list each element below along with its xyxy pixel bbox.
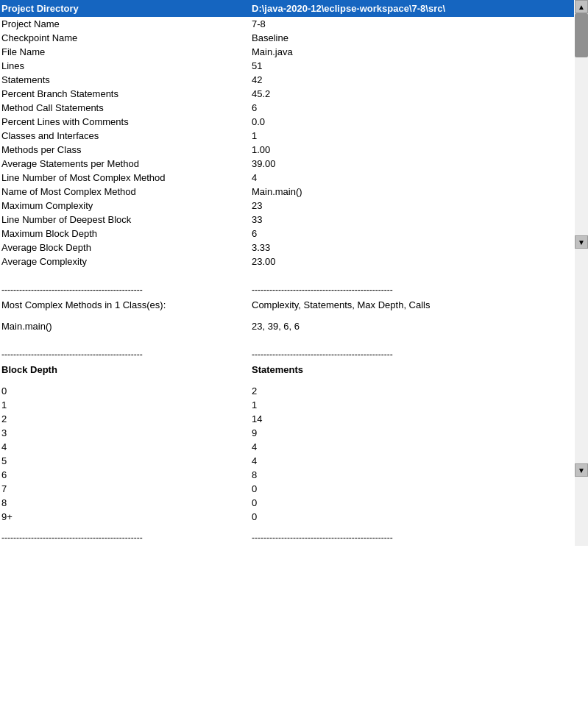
- scroll-down-button-1[interactable]: ▼: [575, 235, 588, 249]
- block-depth-label: Block Depth: [1, 364, 252, 375]
- depth-value: 2: [1, 413, 252, 424]
- row-label: Statements: [1, 74, 252, 85]
- divider3-left: ----------------------------------------…: [1, 533, 252, 543]
- data-row: Average Statements per Method 39.00: [0, 157, 574, 171]
- row-label: Name of Most Complex Method: [1, 186, 252, 197]
- method-name: Main.main(): [1, 321, 252, 332]
- scroll-up-button[interactable]: ▲: [575, 0, 588, 13]
- data-row: Percent Branch Statements 45.2: [0, 87, 574, 101]
- divider1-left: ----------------------------------------…: [1, 285, 252, 295]
- row-label: Classes and Interfaces: [1, 130, 252, 141]
- scrollbar: ▲ ▼ ▼ ▼: [575, 0, 588, 546]
- header-row: Project Directory D:\java-2020-12\eclips…: [0, 0, 574, 17]
- row-label: Percent Branch Statements: [1, 88, 252, 99]
- statements-value: 14: [252, 413, 573, 424]
- row-value: 0.0: [252, 116, 573, 127]
- row-value: 45.2: [252, 88, 573, 99]
- block-depth-header: Block Depth Statements: [0, 363, 574, 377]
- row-value: 39.00: [252, 158, 573, 169]
- depth-value: 0: [1, 385, 252, 397]
- row-value: 6: [252, 102, 573, 113]
- header-label: Project Directory: [1, 3, 252, 14]
- divider-row-1: ----------------------------------------…: [0, 282, 574, 298]
- depth-value: 3: [1, 427, 252, 438]
- block-depth-row: 7 0: [0, 482, 574, 496]
- complex-methods-header: Most Complex Methods in 1 Class(es): Com…: [0, 298, 574, 312]
- row-label: Methods per Class: [1, 144, 252, 155]
- divider1-right: ----------------------------------------…: [252, 285, 573, 295]
- row-value: 42: [252, 74, 573, 85]
- data-row: Statements 42: [0, 73, 574, 87]
- row-value: 23: [252, 200, 573, 211]
- data-row: Lines 51: [0, 59, 574, 73]
- divider-row-3: ----------------------------------------…: [0, 530, 574, 546]
- data-row: Line Number of Deepest Block 33: [0, 213, 574, 227]
- block-depth-row: 4 4: [0, 440, 574, 454]
- header-value: D:\java-2020-12\eclipse-workspace\7-8\sr…: [252, 3, 573, 14]
- block-depth-row: 9+ 0: [0, 510, 574, 524]
- row-value: 1: [252, 130, 573, 141]
- row-value: Main.main(): [252, 186, 573, 197]
- row-value: 51: [252, 60, 573, 71]
- row-label: Percent Lines with Comments: [1, 116, 252, 127]
- data-row: Name of Most Complex Method Main.main(): [0, 185, 574, 199]
- scroll-thumb[interactable]: [575, 13, 588, 57]
- data-row: Method Call Statements 6: [0, 101, 574, 115]
- divider-row-2: ----------------------------------------…: [0, 346, 574, 363]
- block-depth-row: 6 8: [0, 468, 574, 482]
- statements-value: 4: [252, 441, 573, 452]
- statements-value: 0: [252, 511, 573, 522]
- complex-methods-label: Most Complex Methods in 1 Class(es):: [1, 299, 252, 310]
- statements-value: 2: [252, 385, 573, 397]
- row-value: 33: [252, 214, 573, 225]
- data-row: Methods per Class 1.00: [0, 143, 574, 157]
- depth-value: 9+: [1, 511, 252, 522]
- statements-value: 4: [252, 455, 573, 466]
- complex-methods-value: Complexity, Statements, Max Depth, Calls: [252, 299, 573, 310]
- divider2-left: ----------------------------------------…: [1, 349, 252, 360]
- row-label: Project Name: [1, 18, 252, 29]
- divider2-right: ----------------------------------------…: [252, 349, 573, 360]
- row-value: Baseline: [252, 32, 573, 43]
- row-label: Line Number of Most Complex Method: [1, 172, 252, 183]
- statements-value: 9: [252, 427, 573, 438]
- data-row: Maximum Complexity 23: [0, 199, 574, 213]
- block-depth-row: 8 0: [0, 496, 574, 510]
- data-row: Project Name 7-8: [0, 17, 574, 31]
- row-label: Method Call Statements: [1, 102, 252, 113]
- row-value: 3.33: [252, 242, 573, 253]
- data-row: Checkpoint Name Baseline: [0, 31, 574, 45]
- row-value: 4: [252, 172, 573, 183]
- data-row: Average Complexity 23.00: [0, 255, 574, 269]
- row-label: Average Statements per Method: [1, 158, 252, 169]
- depth-value: 4: [1, 441, 252, 452]
- statements-label: Statements: [252, 364, 573, 375]
- row-label: Checkpoint Name: [1, 32, 252, 43]
- data-row: Average Block Depth 3.33: [0, 241, 574, 255]
- block-depth-row: 3 9: [0, 426, 574, 440]
- depth-value: 7: [1, 483, 252, 494]
- row-label: Maximum Complexity: [1, 200, 252, 211]
- depth-value: 5: [1, 455, 252, 466]
- block-depth-row: 1 1: [0, 398, 574, 412]
- row-label: Line Number of Deepest Block: [1, 214, 252, 225]
- row-label: Maximum Block Depth: [1, 228, 252, 239]
- block-depth-row: 0 2: [0, 384, 574, 398]
- data-row: Classes and Interfaces 1: [0, 129, 574, 143]
- row-value: Main.java: [252, 46, 573, 57]
- row-label: Lines: [1, 60, 252, 71]
- row-label: Average Complexity: [1, 256, 252, 267]
- row-label: Average Block Depth: [1, 242, 252, 253]
- depth-value: 1: [1, 399, 252, 410]
- data-row: Maximum Block Depth 6: [0, 227, 574, 241]
- statements-value: 0: [252, 497, 573, 508]
- row-label: File Name: [1, 46, 252, 57]
- row-value: 6: [252, 228, 573, 239]
- scroll-down-button-2[interactable]: ▼: [575, 463, 588, 477]
- block-depth-row: 2 14: [0, 412, 574, 426]
- statements-value: 8: [252, 469, 573, 480]
- depth-value: 6: [1, 469, 252, 480]
- block-depth-row: 5 4: [0, 454, 574, 468]
- method-row: Main.main() 23, 39, 6, 6: [0, 319, 574, 333]
- data-row: Percent Lines with Comments 0.0: [0, 115, 574, 129]
